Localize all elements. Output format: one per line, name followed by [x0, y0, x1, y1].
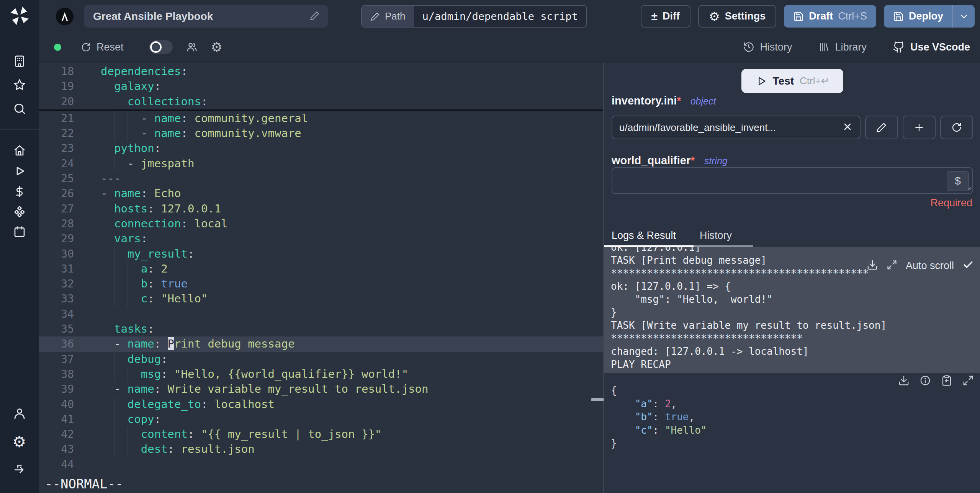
code-line-18[interactable]: 18dependencies:	[39, 64, 603, 79]
deploy-button[interactable]: Deploy	[884, 5, 952, 28]
code-line-38[interactable]: 38 msg: "Hello, {{world_qualifier}} worl…	[39, 367, 603, 382]
code-text: debug:	[74, 352, 168, 367]
code-text: - name: community.vmware	[74, 126, 301, 141]
code-line-27[interactable]: 27 hosts: 127.0.0.1	[39, 201, 603, 216]
code-line-41[interactable]: 41 copy:	[39, 412, 603, 427]
refresh-icon	[80, 42, 92, 53]
tab-logs-result[interactable]: Logs & Result	[612, 230, 676, 242]
path-value[interactable]: u/admin/dependable_script	[414, 6, 586, 27]
code-line-40[interactable]: 40 delegate_to: localhost	[39, 397, 603, 412]
code-line-43[interactable]: 43 dest: result.json	[39, 442, 603, 457]
code-line-37[interactable]: 37 debug:	[39, 352, 603, 367]
code-text: collections:	[74, 94, 208, 109]
search-icon[interactable]	[0, 102, 39, 116]
favorites-star-icon[interactable]	[0, 78, 39, 92]
resize-handle[interactable]	[965, 185, 972, 193]
code-line-26[interactable]: 26- name: Echo	[39, 186, 603, 201]
resources-cubes-icon[interactable]	[0, 205, 39, 219]
code-line-23[interactable]: 23 python:	[39, 141, 603, 156]
settings-gear-icon[interactable]: ⚙	[0, 434, 39, 449]
code-line-44[interactable]: 44	[39, 457, 603, 472]
user-icon[interactable]	[0, 406, 39, 420]
inventory-resource-value: u/admin/favorable_ansible_invent...	[619, 122, 838, 134]
settings-button[interactable]: ⚙ Settings	[698, 5, 776, 28]
panel-splitter[interactable]	[603, 62, 604, 493]
runs-play-icon[interactable]	[0, 164, 39, 178]
preview-panel: Test Ctrl+↵ inventory.ini* object u/admi…	[604, 62, 980, 493]
deploy-dropdown-button[interactable]	[953, 5, 975, 28]
code-line-32[interactable]: 32 b: true	[39, 276, 603, 291]
windmill-logo-icon[interactable]	[0, 5, 39, 25]
expand-result-icon[interactable]	[962, 375, 974, 386]
field-label-inventory: inventory.ini* object	[612, 95, 716, 107]
code-text: copy:	[74, 412, 161, 427]
path-group[interactable]: Path u/admin/dependable_script	[361, 5, 587, 28]
use-vscode-button[interactable]: Use VScode	[893, 41, 970, 53]
library-button[interactable]: Library	[818, 41, 867, 53]
code-line-28[interactable]: 28 connection: local	[39, 216, 603, 231]
code-line-25[interactable]: 25---	[39, 171, 603, 186]
edit-title-pencil-icon[interactable]	[309, 10, 320, 23]
tab-history[interactable]: History	[700, 230, 732, 242]
line-number: 39	[39, 382, 74, 397]
add-resource-button[interactable]	[903, 116, 936, 139]
diff-button[interactable]: ± Diff	[641, 5, 690, 28]
draft-button[interactable]: Draft Ctrl+S	[784, 5, 876, 28]
editor-toolbar-right: History Library Use VScode	[743, 41, 980, 53]
code-text: ---	[74, 171, 121, 186]
workspace-icon[interactable]	[0, 54, 39, 68]
code-line-21[interactable]: 21 - name: community.general	[39, 111, 603, 126]
draft-shortcut: Ctrl+S	[838, 10, 867, 22]
code-line-33[interactable]: 33 c: "Hello"	[39, 291, 603, 306]
code-line-39[interactable]: 39 - name: Write variable my_result to r…	[39, 382, 603, 397]
reset-button[interactable]: Reset	[80, 41, 124, 53]
code-line-31[interactable]: 31 a: 2	[39, 261, 603, 276]
code-line-29[interactable]: 29 vars:	[39, 231, 603, 246]
history-button[interactable]: History	[743, 41, 792, 53]
path-label-segment[interactable]: Path	[362, 6, 414, 27]
world-qualifier-textarea[interactable]: $	[612, 167, 973, 194]
code-line-30[interactable]: 30 my_result:	[39, 246, 603, 261]
auto-scroll-checkmark[interactable]	[962, 259, 974, 272]
expand-logs-icon[interactable]	[887, 260, 897, 272]
diff-mode-toggle[interactable]	[149, 40, 173, 54]
log-line: "msg": "Hello, world!"	[611, 293, 980, 306]
copy-result-icon[interactable]	[941, 375, 952, 386]
variables-dollar-icon[interactable]	[0, 184, 39, 198]
code-text: hosts: 127.0.0.1	[74, 201, 221, 216]
info-icon[interactable]	[919, 375, 931, 386]
code-line-34[interactable]: 34	[39, 307, 603, 322]
logout-icon[interactable]	[0, 462, 39, 476]
clear-x-icon[interactable]	[842, 121, 853, 134]
line-number: 44	[39, 457, 74, 472]
code-line-19[interactable]: 19 galaxy:	[39, 79, 603, 94]
line-number: 40	[39, 397, 74, 412]
splitter-grip[interactable]	[591, 398, 604, 401]
code-line-24[interactable]: 24 - jmespath	[39, 156, 603, 171]
code-line-36[interactable]: 36 - name: Print debug message	[39, 336, 603, 351]
refresh-resource-button[interactable]	[940, 116, 973, 139]
code-editor[interactable]: 18dependencies:19 galaxy:20 collections:…	[39, 62, 603, 493]
required-asterisk: *	[677, 95, 681, 107]
test-button[interactable]: Test Ctrl+↵	[741, 69, 843, 93]
line-number: 33	[39, 291, 74, 306]
multiplayer-users-icon[interactable]	[186, 41, 198, 53]
code-line-20[interactable]: 20 collections:	[39, 94, 603, 109]
schedules-calendar-icon[interactable]	[0, 225, 39, 239]
inventory-resource-input[interactable]: u/admin/favorable_ansible_invent...	[612, 116, 861, 139]
log-line: TASK [Write variable my_result to result…	[611, 319, 980, 332]
download-result-icon[interactable]	[898, 375, 910, 386]
code-line-35[interactable]: 35 tasks:	[39, 322, 603, 336]
code-line-22[interactable]: 22 - name: community.vmware	[39, 126, 603, 141]
line-number: 26	[39, 186, 74, 201]
download-logs-icon[interactable]	[867, 259, 878, 272]
edit-resource-button[interactable]	[865, 116, 898, 139]
code-text: delegate_to: localhost	[74, 397, 275, 412]
code-line-42[interactable]: 42 content: "{{ my_result | to_json }}"	[39, 427, 603, 442]
script-title-field[interactable]: Great Ansible Playbook	[84, 5, 328, 28]
editor-settings-gear-icon[interactable]: ⚙	[211, 41, 223, 54]
code-text: b: true	[74, 276, 188, 291]
home-icon[interactable]	[0, 144, 39, 157]
draft-label: Draft	[809, 10, 833, 22]
chevron-down-icon	[959, 11, 969, 22]
